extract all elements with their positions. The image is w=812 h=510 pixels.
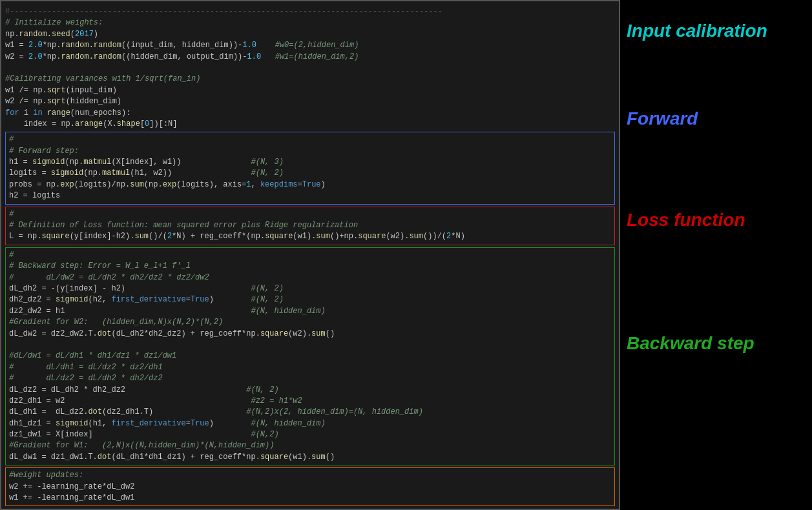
h1-line: h1 = sigmoid(np.matmul(X[index], w1)) #(… bbox=[9, 157, 611, 168]
backward-section: # # Backward step: Error = W_l e_l+1 f'_… bbox=[5, 247, 615, 465]
dl-dh1: dL_dh1 = dL_dz2.dot(dz2_dh1.T) #(N,2)x(2… bbox=[9, 407, 611, 418]
fwd-comment: # Forward step: bbox=[9, 146, 611, 157]
wu-comment: #weight updates: bbox=[9, 470, 611, 481]
fwd-hash: # bbox=[9, 134, 611, 145]
backward-label: Backward step bbox=[627, 332, 755, 355]
input-calibration-label: Input calibration bbox=[627, 19, 767, 43]
dh2-dz2: dh2_dz2 = sigmoid(h2, first_derivative=T… bbox=[9, 294, 611, 305]
loss-hash: # bbox=[9, 209, 611, 220]
loss-comment: # Definition of Loss function: mean squa… bbox=[9, 220, 611, 231]
w1-line: w1 = 2.0*np.random.random((input_dim, hi… bbox=[5, 40, 615, 51]
dl-dh2: dL_dh2 = -(y[index] - h2) #(N, 2) bbox=[9, 283, 611, 294]
h2-line: h2 = logits bbox=[9, 190, 611, 201]
dl-dz2: dL_dz2 = dL_dh2 * dh2_dz2 #(N, 2) bbox=[9, 385, 611, 396]
dl-dw2: dL_dw2 = dz2_dw2.T.dot(dL_dh2*dh2_dz2) +… bbox=[9, 329, 611, 340]
w2-line: w2 = 2.0*np.random.random((hidden_dim, o… bbox=[5, 52, 615, 63]
dw1-comment3: # dL/dz2 = dL/dh2 * dh2/dz2 bbox=[9, 373, 611, 384]
wu-w2: w2 += -learning_rate*dL_dw2 bbox=[9, 482, 611, 493]
dz2-dh1: dz2_dh1 = w2 #z2 = h1*w2 bbox=[9, 396, 611, 407]
loss-label: Loss function bbox=[627, 209, 745, 232]
hash-line: #---------------------------------------… bbox=[5, 6, 615, 17]
dw1-comment2: # dL/dh1 = dL/dz2 * dz2/dh1 bbox=[9, 362, 611, 373]
sidebar: Input calibration Forward Loss function … bbox=[620, 0, 812, 510]
seed-line: np.random.seed(2017) bbox=[5, 29, 615, 40]
logits-line: logits = sigmoid(np.matmul(h1, w2)) #(N,… bbox=[9, 168, 611, 179]
w2-sqrt: w2 /= np.sqrt(hidden_dim) bbox=[5, 96, 615, 107]
bwd-comment1: # Backward step: Error = W_l e_l+1 f'_l bbox=[9, 261, 611, 272]
index-line: index = np.arange(X.shape[0])[:N] bbox=[5, 119, 615, 130]
wu-w1: w1 += -learning_rate*dL_dw1 bbox=[9, 493, 611, 504]
loss-section: # # Definition of Loss function: mean sq… bbox=[5, 207, 615, 245]
weight-section: #weight updates: w2 += -learning_rate*dL… bbox=[5, 467, 615, 506]
bwd-comment2: # dL/dw2 = dL/dh2 * dh2/dz2 * dz2/dw2 bbox=[9, 272, 611, 283]
bwd-hash: # bbox=[9, 250, 611, 261]
dh1-dz1: dh1_dz1 = sigmoid(h1, first_derivative=T… bbox=[9, 418, 611, 429]
loss-line: L = np.square(y[index]-h2).sum()/(2*N) +… bbox=[9, 231, 611, 242]
dz1-dw1: dz1_dw1 = X[index] #(N,2) bbox=[9, 429, 611, 440]
blank1 bbox=[5, 63, 615, 74]
code-panel: #---------------------------------------… bbox=[0, 0, 620, 510]
dw1-comment1: #dL/dw1 = dL/dh1 * dh1/dz1 * dz1/dw1 bbox=[9, 351, 611, 362]
forward-label: Forward bbox=[627, 107, 698, 130]
grad-w1-comment: #Gradient for W1: (2,N)x((N,hidden_dim)*… bbox=[9, 440, 611, 451]
dl-dw1: dL_dw1 = dz1_dw1.T.dot(dL_dh1*dh1_dz1) +… bbox=[9, 452, 611, 463]
init-comment: # Initialize weights: bbox=[5, 17, 615, 28]
for-line: for i in range(num_epochs): bbox=[5, 108, 615, 119]
calib-comment: #Calibrating variances with 1/sqrt(fan_i… bbox=[5, 74, 615, 85]
top-section: # Initialize weights: np.random.seed(201… bbox=[5, 17, 615, 130]
grad-w2-comment: #Gradient for W2: (hidden_dim,N)x(N,2)*(… bbox=[9, 317, 611, 328]
forward-section: # # Forward step: h1 = sigmoid(np.matmul… bbox=[5, 132, 615, 204]
blank2 bbox=[9, 340, 611, 351]
dz2-dw2: dz2_dw2 = h1 #(N, hidden_dim) bbox=[9, 306, 611, 317]
probs-line: probs = np.exp(logits)/np.sum(np.exp(log… bbox=[9, 179, 611, 190]
w1-sqrt: w1 /= np.sqrt(input_dim) bbox=[5, 85, 615, 96]
